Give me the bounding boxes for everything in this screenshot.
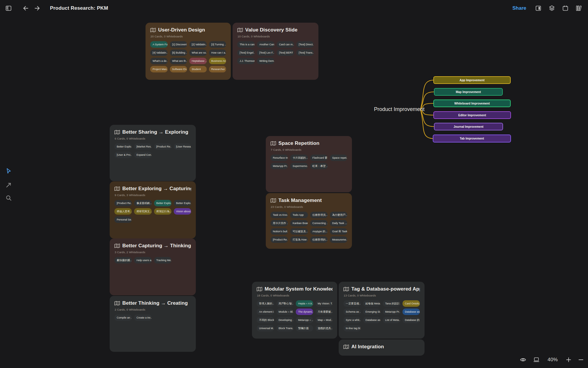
card-chip[interactable]: Project Man... bbox=[150, 66, 168, 72]
card-chip[interactable]: 最快捷的捕... bbox=[114, 257, 132, 263]
card-chip[interactable]: Flashcard 要... bbox=[310, 155, 328, 161]
card-chip[interactable]: 卡片回顧的... bbox=[290, 155, 308, 161]
card-chip[interactable]: [Product Re... bbox=[114, 200, 132, 206]
card-chip[interactable]: MetaApp Pr... bbox=[383, 309, 400, 315]
card-chip[interactable]: Better Explo... bbox=[114, 143, 132, 150]
card-chip[interactable]: Schema as ... bbox=[343, 309, 361, 315]
whiteboard-canvas[interactable]: User-Driven Design20 Cards, 0 Whiteboard… bbox=[0, 0, 588, 368]
card-chip[interactable]: Daily Task ... bbox=[330, 220, 347, 226]
card-chip[interactable]: Card Ontolo... bbox=[402, 300, 420, 307]
calendar-icon[interactable] bbox=[561, 4, 570, 13]
card-chip[interactable]: Vision about... bbox=[174, 208, 191, 215]
mindmap-node[interactable]: Map Improvement bbox=[434, 88, 503, 96]
laptop-icon[interactable] bbox=[533, 357, 540, 363]
card-chip[interactable]: Space repet... bbox=[330, 155, 347, 161]
share-button[interactable]: Share bbox=[512, 5, 526, 11]
card-chip[interactable]: [Product Re... bbox=[154, 143, 171, 150]
card-chip[interactable]: Create a tre... bbox=[134, 314, 151, 321]
card-chip[interactable]: The dynami... bbox=[296, 309, 313, 315]
card-chip[interactable]: Resurface In... bbox=[270, 155, 288, 161]
library-icon[interactable] bbox=[574, 4, 583, 13]
card-chip[interactable]: 旺來：希望 ... bbox=[310, 163, 328, 169]
mindmap-node[interactable]: App Improvement bbox=[433, 76, 511, 84]
mindmap-node[interactable]: Tab Improvement bbox=[433, 135, 511, 142]
card-chip[interactable]: Personal Se... bbox=[114, 216, 132, 223]
card-chip[interactable]: A System Fo... bbox=[150, 41, 168, 48]
board-card-task-management[interactable]: Task Management23 Cards, 0 WhiteboardsTa… bbox=[266, 193, 352, 249]
card-chip[interactable]: [1] Discoveri... bbox=[170, 41, 187, 48]
zoom-out-icon[interactable] bbox=[578, 357, 584, 363]
board-card-space-repetition[interactable]: Space Repetition7 Cards, 0 WhiteboardsRe… bbox=[266, 136, 352, 192]
card-chip[interactable]: Expand Con... bbox=[134, 152, 151, 158]
card-chip[interactable]: [2] Validatin... bbox=[189, 41, 207, 48]
card-chip[interactable]: [Test] Engel... bbox=[237, 49, 255, 56]
card-chip[interactable]: Compile an ... bbox=[114, 314, 132, 321]
search-tool[interactable] bbox=[5, 194, 13, 202]
mindmap-node[interactable]: Whiteboard Improvement bbox=[433, 100, 511, 107]
card-chip[interactable]: Connecting ... bbox=[310, 220, 328, 226]
card-chip[interactable]: 雙欄介面 bbox=[296, 325, 313, 331]
card-chip[interactable]: [Test] BERT ... bbox=[277, 49, 294, 56]
zoom-level[interactable]: 40% bbox=[546, 357, 559, 363]
card-chip[interactable]: Supermemo... bbox=[290, 163, 308, 169]
card-chip[interactable]: Kanban Board bbox=[290, 220, 308, 226]
board-card-user-driven-design[interactable]: User-Driven Design20 Cards, 0 Whiteboard… bbox=[146, 23, 231, 80]
card-chip[interactable]: [Test] Lex F... bbox=[257, 49, 274, 56]
board-card-better-thinking-creating[interactable]: Better Thinking → Creating2 Cards, 0 Whi… bbox=[110, 296, 196, 352]
eye-icon[interactable] bbox=[519, 357, 527, 363]
mindmap-root-label[interactable]: Product Improvement bbox=[374, 106, 425, 112]
board-card-tag-database-app[interactable]: Tag & Database-powered App13 Cards, 0 Wh… bbox=[339, 282, 425, 339]
card-chip[interactable]: 像桌面或劇... bbox=[134, 200, 151, 206]
card-chip[interactable]: [Market Res... bbox=[134, 143, 151, 150]
card-chip[interactable]: List of Meta... bbox=[383, 317, 400, 323]
card-chip[interactable]: [Test] Direct... bbox=[296, 41, 314, 48]
sidebar-toggle-icon[interactable] bbox=[4, 4, 13, 13]
board-card-value-discovery-slide[interactable]: Value Discovery Slide10 Cards, 0 Whitebo… bbox=[233, 23, 318, 80]
card-chip[interactable]: 任務管理員... bbox=[310, 212, 328, 218]
card-chip[interactable]: How can I a... bbox=[209, 49, 226, 56]
card-chip[interactable]: Notion's buil... bbox=[270, 228, 288, 235]
card-chip[interactable]: 將筆記行為... bbox=[154, 208, 171, 215]
card-chip[interactable]: 為什麼用戶... bbox=[330, 212, 347, 218]
back-arrow-icon[interactable] bbox=[21, 4, 30, 13]
card-chip[interactable]: Card can m... bbox=[277, 41, 294, 48]
card-chip[interactable]: Emerging St... bbox=[363, 309, 380, 315]
card-chip[interactable]: 打造為 How ... bbox=[290, 236, 308, 243]
card-chip[interactable]: Anytype 的... bbox=[310, 228, 328, 235]
card-chip[interactable]: Software En... bbox=[170, 66, 187, 72]
board-card-better-sharing-exploring[interactable]: Better Sharing → Exploring6 Cards, 0 Whi… bbox=[110, 125, 196, 181]
card-chip[interactable]: Tana 的設計... bbox=[383, 300, 400, 307]
mindmap-node[interactable]: Editor Improvement bbox=[433, 111, 511, 119]
layers-icon[interactable] bbox=[547, 4, 556, 13]
card-chip[interactable]: 一定要某種... bbox=[343, 300, 361, 307]
card-chip[interactable]: Goal 和 Task... bbox=[330, 228, 347, 235]
card-chip[interactable]: Universal M... bbox=[257, 325, 274, 331]
card-chip[interactable]: Heptabase ... bbox=[189, 58, 207, 64]
card-chip[interactable]: This is a card bbox=[237, 41, 255, 48]
right-panel-icon[interactable] bbox=[534, 4, 543, 13]
card-chip[interactable]: Map = Mod... bbox=[315, 317, 333, 323]
card-chip[interactable]: Measureme... bbox=[330, 236, 347, 243]
card-chip[interactable]: What are th... bbox=[170, 58, 187, 64]
mindmap-node[interactable]: Journal Improvement bbox=[434, 123, 503, 130]
card-chip[interactable]: 用卡片當作 ... bbox=[270, 220, 288, 226]
card-chip[interactable]: Block Trans... bbox=[276, 325, 294, 331]
card-chip[interactable]: 不同的 Block... bbox=[257, 317, 274, 323]
card-chip[interactable]: [User & Pro... bbox=[114, 152, 132, 158]
card-chip[interactable]: 遊戲的道具... bbox=[315, 325, 333, 331]
card-chip[interactable]: Database 的... bbox=[402, 317, 420, 323]
card-chip[interactable]: MetaApp Pr... bbox=[270, 163, 288, 169]
card-chip[interactable]: Database as... bbox=[402, 309, 420, 315]
card-chip[interactable]: 給每個 Meta... bbox=[363, 300, 380, 307]
card-chip[interactable]: Developing ... bbox=[276, 317, 294, 323]
card-chip[interactable]: 可以被提及... bbox=[290, 228, 308, 235]
card-chip[interactable]: Help users a... bbox=[134, 257, 151, 263]
card-chip[interactable]: Tracking Me... bbox=[154, 257, 171, 263]
card-chip[interactable]: [Product Re... bbox=[270, 236, 288, 243]
card-chip[interactable]: [5] Building ... bbox=[170, 49, 187, 56]
card-chip[interactable]: An element i... bbox=[257, 309, 274, 315]
card-chip[interactable]: 將研究與文... bbox=[134, 208, 151, 215]
card-chip[interactable]: [Test] Trans... bbox=[296, 49, 314, 56]
card-chip[interactable]: Writing Dem... bbox=[257, 58, 274, 64]
card-chip[interactable]: Business An... bbox=[209, 58, 226, 64]
